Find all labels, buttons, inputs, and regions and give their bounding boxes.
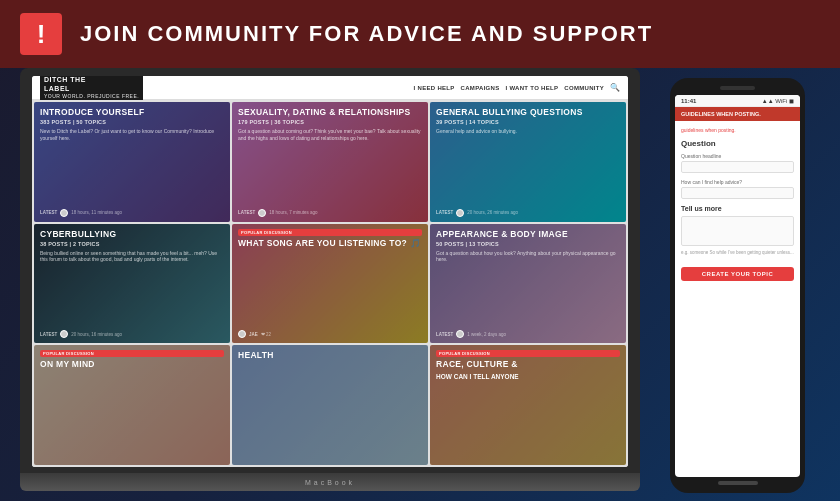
card-bullying-time: 20 hours, 26 minutes ago xyxy=(467,210,518,215)
popular-tag-race: Popular discussion xyxy=(436,350,620,357)
card-sexuality[interactable]: SEXUALITY, DATING & RELATIONSHIPS 179 PO… xyxy=(232,102,428,222)
avatar-introduce xyxy=(60,209,68,217)
card-sexuality-content: SEXUALITY, DATING & RELATIONSHIPS 179 PO… xyxy=(232,102,428,222)
phone-question-label: Question headline xyxy=(681,153,794,159)
card-songs-title: WHAT SONG ARE YOU LISTENING TO? 🎵 xyxy=(238,238,422,248)
card-mind-content: Popular discussion ON MY MIND xyxy=(34,345,230,465)
card-appearance[interactable]: APPEARANCE & BODY IMAGE 50 POSTS | 13 TO… xyxy=(430,224,626,344)
nav-help[interactable]: I NEED HELP xyxy=(414,85,455,91)
latest-label: LATEST xyxy=(40,332,57,337)
site-logo: DITCH THE LABEL YOUR WORLD. PREJUDICE FR… xyxy=(40,76,143,101)
card-bullying-content: GENERAL BULLYING QUESTIONS 39 POSTS | 14… xyxy=(430,102,626,222)
laptop-brand: MacBook xyxy=(305,479,355,486)
phone-wrapper: 11:41 ▲▲ WiFi ◼ guidelines when posting.… xyxy=(660,78,815,493)
nav-community[interactable]: COMMUNITY xyxy=(564,85,604,91)
avatar-bullying xyxy=(456,209,464,217)
card-cyberbullying-title: CYBERBULLYING xyxy=(40,229,224,239)
card-introduce-time: 18 hours, 11 minutes ago xyxy=(71,210,122,215)
phone-header-text: guidelines when posting. xyxy=(681,111,794,117)
exclamation-badge: ! xyxy=(20,13,62,55)
card-sexuality-meta: 179 POSTS | 36 TOPICS xyxy=(238,119,422,125)
phone-header-bar: guidelines when posting. xyxy=(675,107,800,121)
card-cyberbullying-content: CYBERBULLYING 38 POSTS | 2 TOPICS Being … xyxy=(34,224,230,344)
card-introduce-title: INTRODUCE YOURSELF xyxy=(40,107,224,117)
create-topic-button[interactable]: CREATE YOUR TOPIC xyxy=(681,267,794,281)
latest-label: LATEST xyxy=(238,210,255,215)
phone-status-bar: 11:41 ▲▲ WiFi ◼ xyxy=(675,95,800,107)
card-bullying[interactable]: GENERAL BULLYING QUESTIONS 39 POSTS | 14… xyxy=(430,102,626,222)
nav-want-help[interactable]: I WANT TO HELP xyxy=(506,85,559,91)
card-race[interactable]: Popular discussion RACE, CULTURE & HOW C… xyxy=(430,345,626,465)
card-introduce-desc: New to Ditch the Label? Or just want to … xyxy=(40,128,224,141)
card-race-content: Popular discussion RACE, CULTURE & HOW C… xyxy=(430,345,626,465)
card-appearance-footer: LATEST 1 week, 2 days ago xyxy=(436,330,620,338)
avatar-songs xyxy=(238,330,246,338)
banner-text: JOIN COMMUNITY FOR ADVICE AND SUPPORT xyxy=(80,21,653,47)
card-cyberbullying-time: 20 hours, 16 minutes ago xyxy=(71,332,122,337)
phone-helper-group: How can I find help advice? xyxy=(681,179,794,199)
latest-label: LATEST xyxy=(436,332,453,337)
card-sexuality-title: SEXUALITY, DATING & RELATIONSHIPS xyxy=(238,107,422,117)
laptop-nav: DITCH THE LABEL YOUR WORLD. PREJUDICE FR… xyxy=(32,76,628,100)
card-appearance-desc: Got a question about how you look? Anyth… xyxy=(436,250,620,263)
phone-question-group: Question headline xyxy=(681,153,794,173)
avatar-cyberbullying xyxy=(60,330,68,338)
songs-likes: ❤ 22 xyxy=(261,332,271,337)
card-race-howcan: HOW CAN I TELL ANYONE xyxy=(436,373,620,381)
phone-screen: 11:41 ▲▲ WiFi ◼ guidelines when posting.… xyxy=(675,95,800,477)
card-mind[interactable]: Popular discussion ON MY MIND xyxy=(34,345,230,465)
card-health-content: HEALTH xyxy=(232,345,428,465)
card-bullying-footer: LATEST 20 hours, 26 minutes ago xyxy=(436,209,620,217)
phone-question-input[interactable] xyxy=(681,161,794,173)
card-sexuality-desc: Got a question about coming out? Think y… xyxy=(238,128,422,141)
card-bullying-title: GENERAL BULLYING QUESTIONS xyxy=(436,107,620,117)
songs-user: jae xyxy=(249,332,258,337)
card-cyberbullying-desc: Being bullied online or seen something t… xyxy=(40,250,224,263)
card-introduce-meta: 383 POSTS | 50 TOPICS xyxy=(40,119,224,125)
card-health[interactable]: HEALTH xyxy=(232,345,428,465)
laptop-screen: DITCH THE LABEL YOUR WORLD. PREJUDICE FR… xyxy=(32,76,628,467)
latest-label: LATEST xyxy=(436,210,453,215)
phone-question-title: Question xyxy=(681,139,794,148)
exclamation-icon: ! xyxy=(37,21,46,47)
card-cyberbullying[interactable]: CYBERBULLYING 38 POSTS | 2 TOPICS Being … xyxy=(34,224,230,344)
breadcrumb-link[interactable]: guidelines when posting. xyxy=(681,127,736,133)
phone-time: 11:41 xyxy=(681,98,696,104)
card-mind-title: ON MY MIND xyxy=(40,359,224,369)
card-sexuality-time: 18 hours, 7 minutes ago xyxy=(269,210,317,215)
laptop-base: MacBook xyxy=(20,473,640,491)
phone-textarea[interactable] xyxy=(681,216,794,246)
card-cyberbullying-footer: LATEST 20 hours, 16 minutes ago xyxy=(40,330,224,338)
forum-grid: INTRODUCE YOURSELF 383 POSTS | 50 TOPICS… xyxy=(32,100,628,467)
popular-tag-mind: Popular discussion xyxy=(40,350,224,357)
phone-content: guidelines when posting. Question Questi… xyxy=(675,121,800,477)
card-songs[interactable]: Popular discussion WHAT SONG ARE YOU LIS… xyxy=(232,224,428,344)
top-banner: ! JOIN COMMUNITY FOR ADVICE AND SUPPORT xyxy=(0,0,840,68)
card-songs-content: Popular discussion WHAT SONG ARE YOU LIS… xyxy=(232,224,428,344)
nav-links: I NEED HELP CAMPAIGNS I WANT TO HELP COM… xyxy=(414,83,620,92)
card-sexuality-footer: LATEST 18 hours, 7 minutes ago xyxy=(238,209,422,217)
nav-campaigns[interactable]: CAMPAIGNS xyxy=(461,85,500,91)
card-introduce-content: INTRODUCE YOURSELF 383 POSTS | 50 TOPICS… xyxy=(34,102,230,222)
card-appearance-meta: 50 POSTS | 13 TOPICS xyxy=(436,241,620,247)
laptop-bezel: DITCH THE LABEL YOUR WORLD. PREJUDICE FR… xyxy=(20,68,640,473)
phone-status-icons: ▲▲ WiFi ◼ xyxy=(762,97,794,104)
phone-helper-input[interactable] xyxy=(681,187,794,199)
card-introduce[interactable]: INTRODUCE YOURSELF 383 POSTS | 50 TOPICS… xyxy=(34,102,230,222)
phone-tell-more: Tell us more xyxy=(681,205,794,212)
avatar-sexuality xyxy=(258,209,266,217)
laptop-wrapper: DITCH THE LABEL YOUR WORLD. PREJUDICE FR… xyxy=(20,68,640,491)
search-icon[interactable]: 🔍 xyxy=(610,83,620,92)
card-health-title: HEALTH xyxy=(238,350,422,360)
phone-body: 11:41 ▲▲ WiFi ◼ guidelines when posting.… xyxy=(670,78,805,493)
card-appearance-time: 1 week, 2 days ago xyxy=(467,332,506,337)
phone-breadcrumb: guidelines when posting. xyxy=(681,127,794,133)
phone-small-note: e.g. someone So while I've been getting … xyxy=(681,250,794,256)
popular-tag: Popular discussion xyxy=(238,229,422,236)
card-appearance-content: APPEARANCE & BODY IMAGE 50 POSTS | 13 TO… xyxy=(430,224,626,344)
card-race-title: RACE, CULTURE & xyxy=(436,359,620,369)
card-bullying-meta: 39 POSTS | 14 TOPICS xyxy=(436,119,620,125)
card-bullying-desc: General help and advice on bullying. xyxy=(436,128,620,135)
card-songs-footer: jae ❤ 22 xyxy=(238,330,422,338)
phone-home-indicator[interactable] xyxy=(718,481,758,485)
